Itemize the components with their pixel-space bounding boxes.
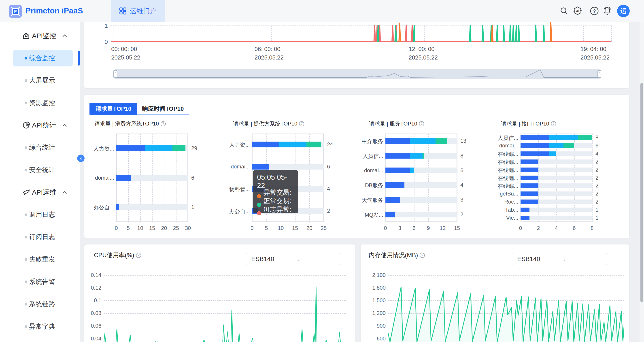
bar-segment-blue xyxy=(386,153,410,158)
sidebar-item-资源监控[interactable]: 资源监控 xyxy=(0,92,80,114)
sidebar-collapse-button[interactable]: ‹ xyxy=(77,154,84,162)
category-label: DB服务 xyxy=(350,182,383,189)
memory-instance-select[interactable]: ESB140 ⌄ xyxy=(512,253,607,265)
sidebar-item-系统告警[interactable]: 系统告警 xyxy=(0,271,80,293)
sidebar-item-失败重发[interactable]: 失败重发 xyxy=(0,248,80,271)
bar-track xyxy=(520,135,592,140)
bar-segment-green xyxy=(564,144,574,148)
y-tick-label: 0.1 xyxy=(77,297,101,304)
bar-segment-blue xyxy=(520,168,538,172)
memory-usage-card: 内存使用情况(MB)? ESB140 ⌄ 2,1001,8001,5001,20… xyxy=(360,244,629,342)
app-logo-icon: P xyxy=(9,5,22,18)
chevron-down-icon: ⌄ xyxy=(296,256,336,262)
bar-value: 8 xyxy=(596,134,598,141)
bar-segment-blue xyxy=(252,164,269,170)
sidebar-item-label: 订阅日志 xyxy=(29,232,55,242)
bullet-dot-icon xyxy=(24,258,27,261)
bar-segment-blue xyxy=(116,204,119,210)
datazoom-slider[interactable] xyxy=(115,69,600,79)
bar-value: 2 xyxy=(596,175,598,181)
svg-text:AI: AI xyxy=(576,9,579,13)
y-tick-label: 0.08 xyxy=(77,310,101,316)
ai-assistant-icon[interactable]: AI xyxy=(572,6,583,16)
sidebar-item-综合监控[interactable]: 综合监控 xyxy=(0,47,80,69)
chevron-up-icon xyxy=(62,33,68,39)
chevron-up-icon xyxy=(62,190,68,195)
y-tick-label: 0.14 xyxy=(77,272,101,278)
tab-request-top10[interactable]: 请求量TOP10 xyxy=(90,103,137,114)
x-tick: 15 xyxy=(149,225,155,231)
bar-segment-cyan xyxy=(410,153,422,158)
overview-x-label: 12: 00: 002025.05.22 xyxy=(409,45,438,62)
notifications-bell-icon[interactable] xyxy=(602,6,612,16)
sidebar-item-异常字典[interactable]: 异常字典 xyxy=(0,316,80,338)
bar-segment-cyan xyxy=(549,152,556,156)
bar-segment-blue xyxy=(520,135,549,140)
series-dot-icon xyxy=(257,194,261,198)
sidebar-group-0[interactable]: API监控 xyxy=(0,24,80,47)
sidebar-group-2[interactable]: API运维 xyxy=(0,181,80,204)
help-icon[interactable]: ? xyxy=(160,121,166,126)
tab-response-top10[interactable]: 响应时间TOP10 xyxy=(137,103,189,114)
cpu-help-icon[interactable]: ? xyxy=(136,253,141,258)
bar-value: 2 xyxy=(596,198,598,205)
bar-value: 8 xyxy=(460,152,463,159)
sidebar-item-调用日志[interactable]: 调用日志 xyxy=(0,204,80,226)
sidebar-item-系统链路[interactable]: 系统链路 xyxy=(0,293,80,316)
bar-segment-green xyxy=(306,142,321,148)
svg-text:?: ? xyxy=(593,8,596,14)
bar-value: 1 xyxy=(596,215,598,221)
chart-tooltip: 05:05 05-22 异常交易: 0正常交易: 0日志异常: 0 xyxy=(253,170,298,214)
bar-track xyxy=(520,176,592,180)
bar-track xyxy=(520,168,592,172)
bar-track xyxy=(386,197,457,203)
sidebar-item-综合统计[interactable]: 综合统计 xyxy=(0,136,80,159)
sidebar-group-1[interactable]: API统计 xyxy=(0,114,80,136)
help-icon[interactable]: ? xyxy=(551,121,556,126)
bar-value: 6 xyxy=(460,167,463,174)
sidebar-item-大屏展示[interactable]: 大屏展示 xyxy=(0,69,80,92)
chart-title: 请求量 | 接口TOP10? xyxy=(501,120,556,127)
sidebar-item-label: 系统告警 xyxy=(29,277,55,286)
gridline xyxy=(428,134,429,222)
memory-help-icon[interactable]: ? xyxy=(420,253,425,258)
bar-track xyxy=(520,200,592,204)
bar-track xyxy=(386,182,457,188)
help-icon[interactable]: ? xyxy=(419,121,424,126)
x-tick: 6 xyxy=(573,225,576,231)
y-tick-label: 1,800 xyxy=(361,285,386,291)
category-label: 人力资... xyxy=(80,145,114,152)
x-tick: 10 xyxy=(278,225,284,231)
sidebar-item-安全统计[interactable]: 安全统计 xyxy=(0,159,80,181)
plot-area xyxy=(386,134,457,222)
tab-ops-portal[interactable]: 运维门户 xyxy=(111,0,165,22)
datazoom-left-handle[interactable] xyxy=(114,70,117,78)
gridline xyxy=(324,134,324,222)
sidebar-item-订阅日志[interactable]: 订阅日志 xyxy=(0,226,80,248)
y-tick-label: 0.06 xyxy=(77,323,101,329)
bar-track xyxy=(252,164,324,170)
datazoom-profile xyxy=(116,69,599,78)
category-label: 在线编... xyxy=(485,175,518,182)
search-icon[interactable] xyxy=(559,6,569,16)
brand-title: Primeton iPaaS xyxy=(26,6,83,15)
datazoom-right-handle[interactable] xyxy=(598,70,601,78)
bar-value: 6 xyxy=(191,175,194,181)
user-avatar[interactable]: 运 xyxy=(617,5,630,17)
category-label: MQ发... xyxy=(350,211,383,218)
app-header: P Primeton iPaaS 运维门户 AI ? 运 xyxy=(0,0,644,22)
overview-x-label: 06: 00: 002025.05.22 xyxy=(254,45,284,62)
sidebar-item-label: 调用日志 xyxy=(29,210,55,219)
gridline xyxy=(400,134,400,222)
bar-segment-blue xyxy=(386,212,395,218)
bullet-dot-icon xyxy=(24,79,27,82)
help-icon[interactable]: ? xyxy=(589,6,600,16)
bar-track xyxy=(116,204,188,210)
help-icon[interactable]: ? xyxy=(299,121,304,126)
cpu-instance-select[interactable]: ESB140 ⌄ xyxy=(246,253,341,265)
x-tick: 5 xyxy=(127,225,130,231)
page-scrollbar-thumb[interactable] xyxy=(640,83,643,302)
bar-segment-blue xyxy=(386,197,400,203)
bullet-dot-icon xyxy=(24,214,27,216)
bar-track xyxy=(520,152,592,156)
